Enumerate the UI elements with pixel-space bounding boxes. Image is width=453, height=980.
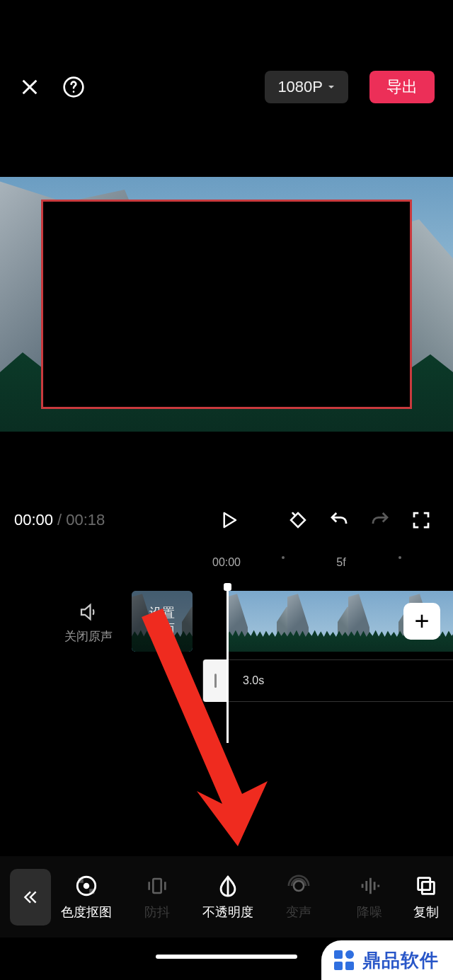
tool-stabilize[interactable]: 防抖 — [122, 874, 193, 921]
clip-handle-left[interactable] — [203, 659, 227, 702]
stabilize-icon — [145, 874, 169, 898]
close-button[interactable] — [18, 76, 41, 98]
svg-rect-9 — [422, 882, 434, 894]
overlay-track-clip[interactable]: 3.0s — [202, 659, 453, 702]
tool-label: 不透明度 — [202, 904, 253, 921]
tool-voice[interactable]: 变声 — [263, 874, 334, 921]
bottom-toolbar: 色度抠图 防抖 不透明度 变声 降噪 复制 — [0, 856, 453, 938]
svg-rect-12 — [334, 962, 343, 970]
set-cover-button[interactable]: 设置 封面 — [132, 591, 193, 652]
current-time: 00:00 — [14, 511, 53, 529]
video-preview[interactable] — [0, 177, 453, 432]
keyframe-button[interactable] — [280, 502, 316, 538]
redo-button[interactable] — [362, 502, 398, 538]
toolbar-back-button[interactable] — [10, 869, 51, 926]
opacity-icon — [216, 874, 240, 898]
fullscreen-button[interactable] — [403, 502, 439, 538]
ruler-mark: 5f — [336, 556, 345, 569]
chroma-icon — [74, 874, 98, 898]
time-display: 00:00/00:18 — [14, 511, 105, 529]
cover-label: 设置 封面 — [149, 605, 175, 638]
tool-label: 降噪 — [357, 904, 382, 921]
watermark-icon — [333, 949, 355, 972]
svg-rect-13 — [345, 962, 354, 970]
tool-opacity[interactable]: 不透明度 — [193, 874, 263, 921]
home-indicator — [156, 955, 297, 959]
tool-label: 变声 — [286, 904, 311, 921]
ruler-dot — [282, 556, 285, 559]
plus-icon: + — [414, 606, 429, 636]
denoise-icon — [357, 874, 382, 898]
watermark: 鼎品软件 — [321, 940, 453, 980]
overlay-selection-frame[interactable] — [41, 200, 412, 409]
svg-rect-10 — [334, 950, 343, 959]
svg-rect-8 — [418, 877, 430, 889]
tool-chroma[interactable]: 色度抠图 — [51, 874, 122, 921]
speaker-icon — [78, 601, 99, 623]
mute-label: 关闭原声 — [64, 628, 113, 645]
copy-icon — [414, 874, 438, 898]
export-button[interactable]: 导出 — [369, 71, 435, 103]
voice-icon — [287, 874, 311, 898]
svg-point-3 — [84, 882, 90, 889]
watermark-text: 鼎品软件 — [362, 948, 439, 973]
play-button[interactable] — [211, 502, 246, 538]
time-separator: / — [57, 511, 62, 529]
tool-copy[interactable]: 复制 — [405, 874, 447, 921]
mute-audio-button[interactable]: 关闭原声 — [57, 601, 120, 645]
tool-denoise[interactable]: 降噪 — [334, 874, 405, 921]
ruler-mark: 00:00 — [212, 556, 241, 569]
tool-label: 复制 — [413, 904, 439, 921]
svg-point-1 — [73, 91, 75, 93]
playhead[interactable] — [226, 587, 229, 743]
resolution-label: 1080P — [277, 78, 323, 96]
clip-duration: 3.0s — [243, 674, 264, 687]
ruler-dot — [398, 556, 401, 559]
svg-rect-6 — [153, 879, 161, 893]
undo-button[interactable] — [321, 502, 357, 538]
export-label: 导出 — [386, 76, 418, 98]
svg-rect-5 — [89, 889, 94, 894]
svg-point-7 — [294, 880, 304, 890]
help-button[interactable] — [62, 76, 85, 98]
timeline-ruler[interactable]: 00:00 5f — [0, 553, 453, 575]
svg-point-11 — [345, 950, 354, 959]
total-time: 00:18 — [66, 511, 105, 529]
resolution-button[interactable]: 1080P — [265, 71, 348, 103]
tool-label: 色度抠图 — [61, 904, 112, 921]
tool-label: 防抖 — [144, 904, 170, 921]
add-clip-button[interactable]: + — [403, 603, 440, 640]
chevron-down-icon — [327, 83, 336, 91]
svg-rect-4 — [79, 877, 84, 882]
